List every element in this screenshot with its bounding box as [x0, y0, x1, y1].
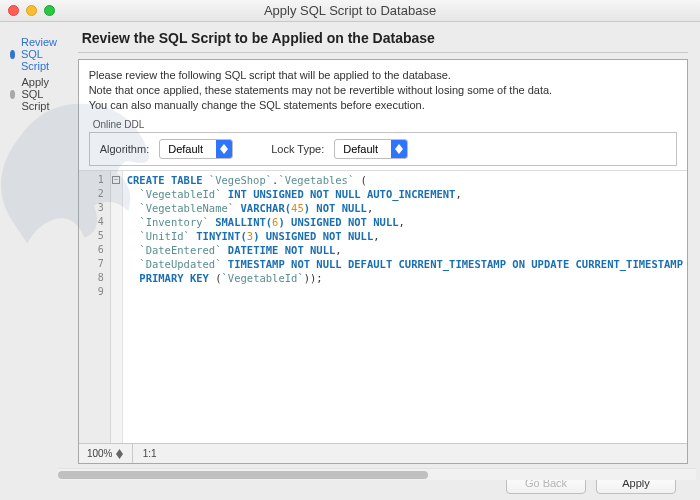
sql-keyword: INT UNSIGNED NOT NULL AUTO_INCREMENT [228, 188, 456, 200]
fold-toggle-icon[interactable]: − [112, 176, 120, 184]
line-number: 9 [79, 285, 110, 299]
line-number: 6 [79, 243, 110, 257]
sql-ident: `UnitId` [139, 230, 190, 242]
line-number: 1 [79, 173, 110, 187]
dropdown-arrows-icon [391, 140, 407, 158]
editor-statusbar: 100% 1:1 [79, 443, 687, 463]
wizard-step-label: Review SQL Script [21, 36, 72, 72]
sql-number: 45 [291, 202, 304, 214]
description-text: Please review the following SQL script t… [79, 60, 687, 117]
zoom-stepper-icon[interactable] [116, 449, 123, 459]
line-number: 8 [79, 271, 110, 285]
sql-ident: `VegetableId` [139, 188, 221, 200]
wizard-step-review[interactable]: Review SQL Script [10, 36, 72, 72]
line-number-gutter: 1 2 3 4 5 6 7 8 9 [79, 171, 111, 443]
sql-keyword: ) UNSIGNED NOT NULL [278, 216, 398, 228]
algorithm-select[interactable]: Default [159, 139, 233, 159]
line-number: 7 [79, 257, 110, 271]
svg-marker-1 [220, 149, 228, 154]
step-indicator-icon [10, 50, 15, 59]
step-indicator-icon [10, 90, 15, 99]
sql-keyword: CREATE TABLE [127, 174, 203, 186]
online-ddl-row: Algorithm: Default Lock Type: Default [89, 132, 677, 166]
description-line: Please review the following SQL script t… [89, 68, 677, 83]
sql-ident: `VegeShop` [209, 174, 272, 186]
sql-keyword: PRIMARY KEY [139, 272, 209, 284]
locktype-select[interactable]: Default [334, 139, 408, 159]
locktype-value: Default [335, 143, 391, 155]
svg-marker-5 [116, 454, 123, 459]
sql-keyword: ) UNSIGNED NOT NULL [253, 230, 373, 242]
description-line: You can also manually change the SQL sta… [89, 98, 677, 113]
sql-keyword: TIMESTAMP NOT NULL DEFAULT CURRENT_TIMES… [228, 258, 683, 270]
line-number: 3 [79, 201, 110, 215]
zoom-value: 100% [87, 448, 113, 459]
sql-ident: `DateUpdated` [139, 258, 221, 270]
wizard-sidebar: Review SQL Script Apply SQL Script [0, 22, 78, 500]
sql-ident: `VegetableName` [139, 202, 234, 214]
sql-keyword: DATETIME NOT NULL [228, 244, 335, 256]
line-number: 5 [79, 229, 110, 243]
wizard-step-label: Apply SQL Script [21, 76, 71, 112]
algorithm-value: Default [160, 143, 216, 155]
online-ddl-legend: Online DDL [79, 117, 687, 130]
cursor-ratio: 1:1 [133, 448, 167, 459]
sql-keyword: VARCHAR( [240, 202, 291, 214]
sql-ident: `Vegetables` [278, 174, 354, 186]
page-title: Review the SQL Script to be Applied on t… [78, 30, 688, 53]
window-title: Apply SQL Script to Database [0, 3, 700, 18]
svg-marker-3 [395, 149, 403, 154]
algorithm-label: Algorithm: [100, 143, 150, 155]
zoom-control[interactable]: 100% [79, 444, 133, 463]
line-number: 2 [79, 187, 110, 201]
sql-keyword: SMALLINT( [215, 216, 272, 228]
sql-ident: `VegetableId` [222, 272, 304, 284]
sql-ident: `Inventory` [139, 216, 209, 228]
sql-code-area[interactable]: CREATE TABLE `VegeShop`.`Vegetables` ( `… [123, 171, 687, 443]
fold-gutter: − [111, 171, 123, 443]
description-line: Note that once applied, these statements… [89, 83, 677, 98]
locktype-label: Lock Type: [271, 143, 324, 155]
dropdown-arrows-icon [216, 140, 232, 158]
line-number: 4 [79, 215, 110, 229]
sql-keyword: TINYINT( [196, 230, 247, 242]
wizard-step-apply[interactable]: Apply SQL Script [10, 76, 72, 112]
window-titlebar: Apply SQL Script to Database [0, 0, 700, 22]
sql-ident: `DateEntered` [139, 244, 221, 256]
sql-editor[interactable]: 1 2 3 4 5 6 7 8 9 − CREATE TABLE `VegeSh… [79, 170, 687, 443]
review-panel: Please review the following SQL script t… [78, 59, 688, 464]
sql-keyword: ) NOT NULL [304, 202, 367, 214]
